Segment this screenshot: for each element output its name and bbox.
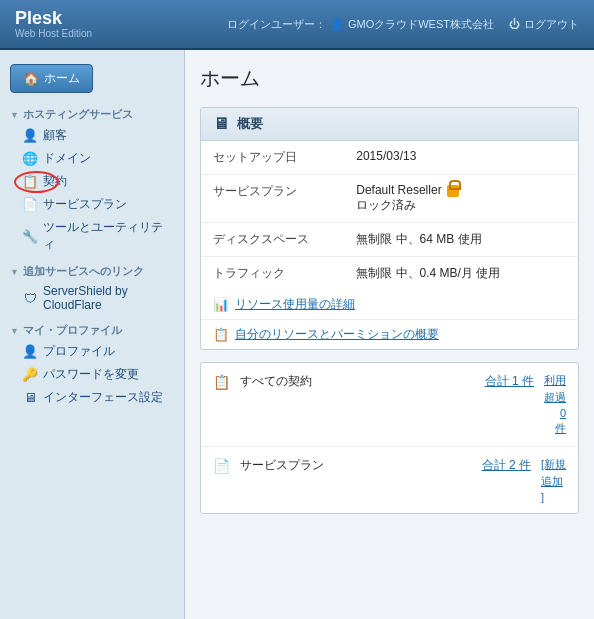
home-button[interactable]: 🏠 ホーム [10,64,93,93]
hosting-arrow-icon: ▼ [10,110,19,120]
profile-section-label: マイ・プロファイル [23,323,122,338]
customers-label: 顧客 [43,127,67,144]
lock-icon [447,185,459,197]
service-plan-label: サービスプラン [201,175,344,223]
contracts-label: 契約 [43,173,67,190]
traffic-value: 無制限 中、0.4 MB/月 使用 [344,257,578,291]
overuse-unit: 件 [544,421,566,436]
overview-table: セットアップ日 2015/03/13 サービスプラン Default Resel… [201,141,578,290]
tools-icon: 🔧 [22,229,38,244]
service-plan-summary-row: 📄 サービスプラン 合計 2 件 [新規 追加 ] [201,447,578,513]
all-contracts-label: すべての契約 [240,373,475,390]
service-plan-summary-icon: 📄 [213,458,230,474]
additional-arrow-icon: ▼ [10,267,19,277]
service-plans-label: サービスプラン [43,196,127,213]
profile-arrow-icon: ▼ [10,326,19,336]
servershield-icon: 🛡 [22,291,38,306]
disk-value: 無制限 中、64 MB 使用 [344,223,578,257]
interface-label: インターフェース設定 [43,389,163,406]
sidebar-item-customers[interactable]: 👤 顧客 [0,124,184,147]
sidebar-item-password[interactable]: 🔑 パスワードを変更 [0,363,184,386]
additional-section-label: 追加サービスへのリンク [23,264,144,279]
overview-card: 🖥 概要 セットアップ日 2015/03/13 サービスプラン Default … [200,107,579,350]
setup-date-label: セットアップ日 [201,141,344,175]
logout-button[interactable]: ⏻ ログアウト [509,17,579,32]
main-layout: 🏠 ホーム ▼ ホスティングサービス 👤 顧客 🌐 ドメイン 📋 契約 [0,50,594,619]
sidebar-item-domains[interactable]: 🌐 ドメイン [0,147,184,170]
list-icon: 📋 [213,327,229,342]
domains-icon: 🌐 [22,151,38,166]
hosting-section-label: ホスティングサービス [23,107,133,122]
permissions-link-row: 📋 自分のリソースとパーミションの概要 [201,320,578,349]
service-plan-row: サービスプラン Default Reseller ロック済み [201,175,578,223]
sidebar-section-hosting: ▼ ホスティングサービス 👤 顧客 🌐 ドメイン 📋 契約 📄 サービスプラン [0,103,184,256]
sidebar-item-tools[interactable]: 🔧 ツールとユーティリティ [0,216,184,256]
app-name: Plesk [15,9,92,29]
new-add-link[interactable]: [新規 [541,457,566,472]
sidebar-item-interface[interactable]: 🖥 インターフェース設定 [0,386,184,409]
traffic-row: トラフィック 無制限 中、0.4 MB/月 使用 [201,257,578,291]
logo-area: Plesk Web Host Edition [15,9,92,40]
setup-date-value: 2015/03/13 [344,141,578,175]
additional-section-title: ▼ 追加サービスへのリンク [0,260,184,281]
servershield-label: ServerShield by CloudFlare [43,284,174,312]
home-icon: 🏠 [23,71,39,86]
logout-label: ログアウト [524,17,579,32]
sidebar-item-profile[interactable]: 👤 プロファイル [0,340,184,363]
new-add-link2[interactable]: 追加 [541,474,566,489]
header-right: ログインユーザー： 👤 GMOクラウドWEST株式会社 ⏻ ログアウト [227,17,579,32]
service-plan-count[interactable]: 合計 2 件 [482,457,531,474]
sidebar-item-servershield[interactable]: 🛡 ServerShield by CloudFlare [0,281,184,315]
service-plan-value: Default Reseller ロック済み [344,175,578,223]
page-title: ホーム [200,65,579,92]
logout-icon: ⏻ [509,18,520,30]
sidebar-item-contracts[interactable]: 📋 契約 [0,170,184,193]
password-label: パスワードを変更 [43,366,139,383]
summary-card: 📋 すべての契約 合計 1 件 利用 超過 0 件 📄 サービスプラン 合計 2… [200,362,579,514]
sidebar-item-service-plans[interactable]: 📄 サービスプラン [0,193,184,216]
sidebar: 🏠 ホーム ▼ ホスティングサービス 👤 顧客 🌐 ドメイン 📋 契約 [0,50,185,619]
overuse-link[interactable]: 利用 [544,373,566,388]
edition-label: Web Host Edition [15,28,92,39]
password-icon: 🔑 [22,367,38,382]
overuse-link2[interactable]: 超過 [544,390,566,405]
overview-title: 概要 [237,115,263,133]
profile-label: プロファイル [43,343,115,360]
chart-icon: 📊 [213,297,229,312]
resource-detail-link[interactable]: リソース使用量の詳細 [235,296,355,313]
contracts-actions: 利用 超過 0 件 [544,373,566,436]
traffic-label: トラフィック [201,257,344,291]
disk-row: ディスクスペース 無制限 中、64 MB 使用 [201,223,578,257]
contracts-icon: 📋 [22,174,38,189]
profile-icon: 👤 [22,344,38,359]
service-plan-summary-label: サービスプラン [240,457,472,474]
app-header: Plesk Web Host Edition ログインユーザー： 👤 GMOクラ… [0,0,594,50]
home-button-label: ホーム [44,70,80,87]
tools-label: ツールとユーティリティ [43,219,174,253]
service-plans-icon: 📄 [22,197,38,212]
header-user: ログインユーザー： 👤 GMOクラウドWEST株式会社 [227,17,494,32]
all-contracts-row: 📋 すべての契約 合計 1 件 利用 超過 0 件 [201,363,578,447]
contracts-summary-icon: 📋 [213,374,230,390]
permissions-link[interactable]: 自分のリソースとパーミションの概要 [235,326,439,343]
overview-card-header: 🖥 概要 [201,108,578,141]
service-plan-name: Default Reseller [356,183,441,197]
service-plan-actions: [新規 追加 ] [541,457,566,503]
domains-label: ドメイン [43,150,91,167]
profile-section-title: ▼ マイ・プロファイル [0,319,184,340]
resource-link-row: 📊 リソース使用量の詳細 [201,290,578,320]
overuse-count[interactable]: 0 [544,407,566,419]
new-add-link3[interactable]: ] [541,491,566,503]
all-contracts-count[interactable]: 合計 1 件 [485,373,534,390]
hosting-section-title: ▼ ホスティングサービス [0,103,184,124]
user-name: GMOクラウドWEST株式会社 [348,17,494,32]
interface-icon: 🖥 [22,390,38,405]
user-label: ログインユーザー： [227,17,326,32]
sidebar-section-additional: ▼ 追加サービスへのリンク 🛡 ServerShield by CloudFla… [0,260,184,315]
user-icon: 👤 [330,18,344,31]
setup-date-row: セットアップ日 2015/03/13 [201,141,578,175]
disk-label: ディスクスペース [201,223,344,257]
customers-icon: 👤 [22,128,38,143]
sidebar-section-profile: ▼ マイ・プロファイル 👤 プロファイル 🔑 パスワードを変更 🖥 インターフェ… [0,319,184,409]
lock-status: ロック済み [356,198,416,212]
